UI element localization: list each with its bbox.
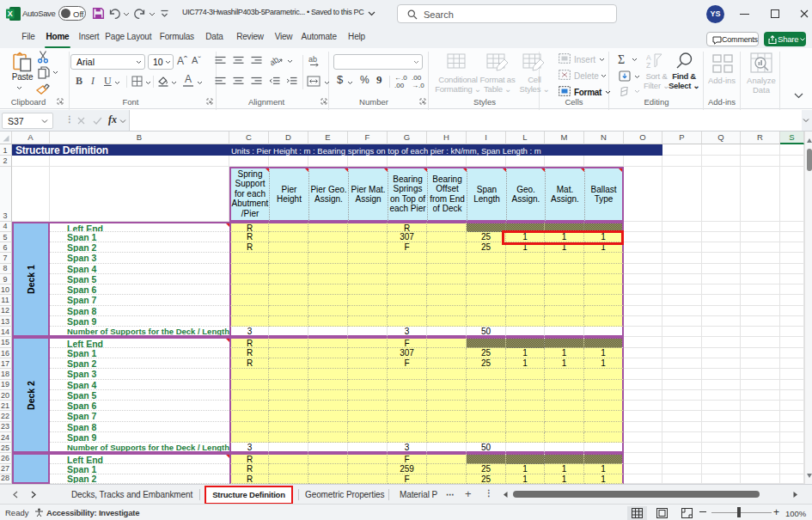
svg-text:A: A: [646, 53, 651, 62]
svg-text:Z: Z: [646, 61, 650, 70]
svg-text:X: X: [8, 9, 13, 18]
svg-text:ab: ab: [308, 55, 317, 64]
svg-text:ab: ab: [271, 55, 281, 66]
